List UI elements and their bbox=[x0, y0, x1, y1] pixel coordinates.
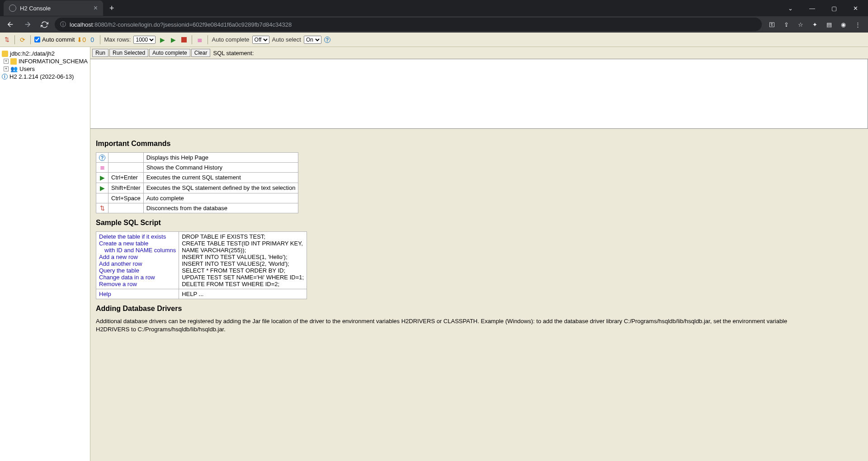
new-tab-button[interactable]: + bbox=[103, 4, 121, 13]
table-row: ▶Shift+EnterExecutes the SQL statement d… bbox=[96, 183, 298, 193]
rollback-icon[interactable]: 0 bbox=[88, 36, 96, 44]
chevron-down-icon[interactable]: ⌄ bbox=[782, 1, 799, 15]
extensions-icon[interactable]: ✦ bbox=[809, 19, 821, 31]
run-icon: ▶ bbox=[100, 174, 105, 181]
drivers-heading: Adding Database Drivers bbox=[96, 305, 863, 313]
expand-icon[interactable]: + bbox=[4, 66, 9, 71]
expand-icon[interactable]: + bbox=[4, 59, 9, 64]
refresh-icon[interactable]: ⟳ bbox=[19, 36, 27, 44]
profile-icon[interactable]: ◉ bbox=[837, 19, 849, 31]
autocommit-label: Auto commit bbox=[42, 36, 75, 43]
important-commands-table: ?Displays this Help Page ≣Shows the Comm… bbox=[96, 152, 298, 213]
run-selected-icon[interactable]: ▶ bbox=[169, 36, 177, 44]
help-link[interactable]: Help bbox=[96, 289, 179, 299]
autocommit-checkbox[interactable]: Auto commit bbox=[34, 36, 75, 43]
sample-sql: DROP TABLE IF EXISTS TEST; CREATE TABLE … bbox=[179, 232, 307, 289]
version-label: H2 2.1.214 (2022-06-13) bbox=[9, 73, 74, 80]
maximize-icon[interactable]: ▢ bbox=[825, 1, 843, 15]
address-bar[interactable]: ⓘ localhost:8080/h2-console/login.do?jse… bbox=[55, 18, 762, 31]
main-split: jdbc:h2:./data/jh2 + INFORMATION_SCHEMA … bbox=[0, 47, 868, 461]
db-url: jdbc:h2:./data/jh2 bbox=[10, 50, 55, 57]
info-icon: i bbox=[2, 74, 8, 80]
reload-button[interactable] bbox=[38, 18, 51, 31]
autocomplete-button[interactable]: Auto complete bbox=[149, 49, 190, 57]
run-button[interactable]: Run bbox=[92, 49, 108, 57]
maxrows-select[interactable]: 1000 bbox=[133, 36, 156, 44]
sample-script-heading: Sample SQL Script bbox=[96, 219, 863, 227]
schema-label: INFORMATION_SCHEMA bbox=[19, 58, 88, 65]
table-row: ▶Ctrl+EnterExecutes the current SQL stat… bbox=[96, 173, 298, 183]
folder-icon bbox=[10, 58, 17, 65]
stop-icon[interactable] bbox=[180, 36, 188, 44]
commit-icon[interactable]: ⬇0 bbox=[77, 36, 85, 44]
table-row: Help HELP ... bbox=[96, 289, 307, 299]
users-label: Users bbox=[19, 66, 35, 72]
key-icon[interactable]: ⚿ bbox=[765, 19, 778, 31]
run-selected-button[interactable]: Run Selected bbox=[109, 49, 148, 57]
browser-chrome: H2 Console × + ⌄ ― ▢ ✕ ⓘ localhost:8080/… bbox=[0, 0, 868, 33]
autoselect-select[interactable]: On bbox=[304, 36, 321, 44]
disconnect-icon[interactable]: ⇅ bbox=[3, 36, 11, 44]
close-tab-icon[interactable]: × bbox=[94, 4, 98, 12]
star-icon[interactable]: ☆ bbox=[794, 19, 807, 31]
table-row: ≣Shows the Command History bbox=[96, 163, 298, 173]
h2-toolbar: ⇅ ⟳ Auto commit ⬇0 0 Max rows: 1000 ▶ ▶ … bbox=[0, 33, 868, 47]
info-icon: ⓘ bbox=[60, 20, 66, 28]
maxrows-label: Max rows: bbox=[104, 36, 131, 43]
database-icon bbox=[2, 51, 8, 57]
run-selected-icon: ▶ bbox=[100, 184, 105, 192]
table-row: ⇅Disconnects from the database bbox=[96, 203, 298, 213]
toolbar-right: ⚿ ⇪ ☆ ✦ ▤ ◉ ⋮ bbox=[765, 19, 864, 31]
share-icon[interactable]: ⇪ bbox=[780, 19, 793, 31]
url-host: localhost bbox=[70, 21, 93, 28]
autocomplete-select[interactable]: Off bbox=[252, 36, 269, 44]
sql-action-bar: Run Run Selected Auto complete Clear SQL… bbox=[90, 47, 868, 59]
sample-links[interactable]: Delete the table if it exists Create a n… bbox=[96, 232, 179, 289]
tree-sidebar: jdbc:h2:./data/jh2 + INFORMATION_SCHEMA … bbox=[0, 47, 90, 461]
close-window-icon[interactable]: ✕ bbox=[847, 1, 864, 15]
content-area: Run Run Selected Auto complete Clear SQL… bbox=[90, 47, 868, 461]
run-icon[interactable]: ▶ bbox=[158, 36, 166, 44]
tab-title: H2 Console bbox=[20, 5, 51, 12]
globe-icon bbox=[9, 5, 16, 12]
back-button[interactable] bbox=[4, 18, 17, 31]
minimize-icon[interactable]: ― bbox=[803, 1, 821, 15]
sql-statement-label: SQL statement: bbox=[213, 50, 254, 56]
window-controls: ⌄ ― ▢ ✕ bbox=[782, 1, 868, 15]
important-commands-heading: Important Commands bbox=[96, 140, 863, 148]
history-icon: ≣ bbox=[100, 164, 105, 171]
history-icon[interactable]: ≣ bbox=[196, 36, 204, 44]
tree-version[interactable]: i H2 2.1.214 (2022-06-13) bbox=[2, 73, 88, 80]
autocomplete-label: Auto complete bbox=[212, 36, 249, 43]
h2-console: ⇅ ⟳ Auto commit ⬇0 0 Max rows: 1000 ▶ ▶ … bbox=[0, 33, 868, 461]
menu-icon[interactable]: ⋮ bbox=[851, 19, 864, 31]
tab-bar: H2 Console × + ⌄ ― ▢ ✕ bbox=[0, 0, 868, 16]
table-row: Delete the table if it exists Create a n… bbox=[96, 232, 307, 289]
forward-button[interactable] bbox=[21, 18, 34, 31]
table-row: Ctrl+SpaceAuto complete bbox=[96, 193, 298, 203]
tree-users[interactable]: + 👥 Users bbox=[2, 65, 88, 73]
nav-bar: ⓘ localhost:8080/h2-console/login.do?jse… bbox=[0, 16, 868, 33]
help-icon: ? bbox=[99, 155, 105, 161]
users-icon: 👥 bbox=[10, 66, 18, 72]
help-icon[interactable]: ? bbox=[324, 37, 330, 43]
table-row: ?Displays this Help Page bbox=[96, 153, 298, 163]
tree-db[interactable]: jdbc:h2:./data/jh2 bbox=[2, 50, 88, 57]
tree-schema[interactable]: + INFORMATION_SCHEMA bbox=[2, 57, 88, 65]
result-area: Important Commands ?Displays this Help P… bbox=[90, 129, 868, 339]
browser-tab[interactable]: H2 Console × bbox=[4, 0, 103, 16]
sql-editor[interactable] bbox=[90, 59, 868, 129]
sample-script-table: Delete the table if it exists Create a n… bbox=[96, 231, 307, 299]
disconnect-icon: ⇅ bbox=[100, 205, 105, 212]
help-sql: HELP ... bbox=[179, 289, 307, 299]
drivers-text: Additional database drivers can be regis… bbox=[96, 317, 810, 334]
autoselect-label: Auto select bbox=[272, 36, 301, 43]
autocommit-input[interactable] bbox=[34, 37, 40, 42]
url-path: :8080/h2-console/login.do?jsessionid=602… bbox=[93, 21, 292, 28]
clear-button[interactable]: Clear bbox=[191, 49, 211, 57]
sidepanel-icon[interactable]: ▤ bbox=[823, 19, 835, 31]
